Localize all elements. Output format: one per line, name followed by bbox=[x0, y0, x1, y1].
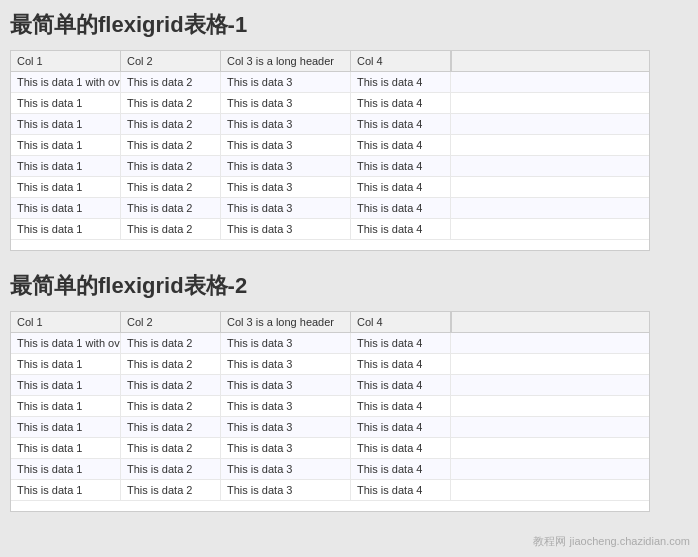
grid-cell: This is data 1 bbox=[11, 219, 121, 239]
grid-cell: This is data 3 bbox=[221, 198, 351, 218]
grid-cell: This is data 3 bbox=[221, 114, 351, 134]
grid-cell: This is data 1 bbox=[11, 93, 121, 113]
grid-cell: This is data 4 bbox=[351, 198, 451, 218]
grid-cell: This is data 3 bbox=[221, 417, 351, 437]
grid-cell: This is data 1 bbox=[11, 480, 121, 500]
grid-cell: This is data 1 bbox=[11, 135, 121, 155]
grid2-header: Col 1 Col 2 Col 3 is a long header Col 4 bbox=[11, 312, 649, 333]
table-row: This is data 1This is data 2This is data… bbox=[11, 156, 649, 177]
grid-cell: This is data 1 bbox=[11, 354, 121, 374]
grid2-header-col3: Col 3 is a long header bbox=[221, 312, 351, 332]
grid2-header-col4: Col 4 bbox=[351, 312, 451, 332]
grid-cell: This is data 3 bbox=[221, 396, 351, 416]
grid-cell: This is data 2 bbox=[121, 375, 221, 395]
grid-cell: This is data 1 bbox=[11, 198, 121, 218]
grid-cell: This is data 3 bbox=[221, 72, 351, 92]
grid-cell: This is data 2 bbox=[121, 114, 221, 134]
grid-cell: This is data 2 bbox=[121, 480, 221, 500]
table2-title: 最简单的flexigrid表格-2 bbox=[10, 271, 688, 301]
grid-cell: This is data 2 bbox=[121, 135, 221, 155]
table-row: This is data 1This is data 2This is data… bbox=[11, 93, 649, 114]
table1-title: 最简单的flexigrid表格-1 bbox=[10, 10, 688, 40]
grid-cell: This is data 4 bbox=[351, 135, 451, 155]
grid1-header-spacer bbox=[451, 51, 467, 71]
grid-cell: This is data 1 bbox=[11, 114, 121, 134]
table-row: This is data 1This is data 2This is data… bbox=[11, 135, 649, 156]
grid-cell: This is data 4 bbox=[351, 156, 451, 176]
grid2-body[interactable]: This is data 1 with oveThis is data 2Thi… bbox=[11, 333, 649, 511]
grid-cell: This is data 1 bbox=[11, 156, 121, 176]
grid-cell: This is data 2 bbox=[121, 219, 221, 239]
grid2-header-col2: Col 2 bbox=[121, 312, 221, 332]
grid-cell: This is data 2 bbox=[121, 354, 221, 374]
grid-cell: This is data 3 bbox=[221, 93, 351, 113]
table-row: This is data 1 with oveThis is data 2Thi… bbox=[11, 72, 649, 93]
grid-cell: This is data 1 bbox=[11, 459, 121, 479]
table-row: This is data 1This is data 2This is data… bbox=[11, 438, 649, 459]
grid-cell: This is data 3 bbox=[221, 354, 351, 374]
grid-cell: This is data 4 bbox=[351, 438, 451, 458]
table-row: This is data 1This is data 2This is data… bbox=[11, 459, 649, 480]
grid1-header-col4: Col 4 bbox=[351, 51, 451, 71]
grid-cell: This is data 3 bbox=[221, 438, 351, 458]
grid2-header-col1: Col 1 bbox=[11, 312, 121, 332]
grid-cell: This is data 4 bbox=[351, 354, 451, 374]
grid-cell: This is data 3 bbox=[221, 219, 351, 239]
grid-cell: This is data 1 bbox=[11, 396, 121, 416]
grid-cell: This is data 3 bbox=[221, 480, 351, 500]
grid-cell: This is data 4 bbox=[351, 219, 451, 239]
grid-table1: Col 1 Col 2 Col 3 is a long header Col 4… bbox=[10, 50, 650, 251]
grid-cell: This is data 1 bbox=[11, 177, 121, 197]
table-row: This is data 1This is data 2This is data… bbox=[11, 417, 649, 438]
grid-cell: This is data 3 bbox=[221, 135, 351, 155]
grid-cell: This is data 4 bbox=[351, 72, 451, 92]
grid-cell: This is data 3 bbox=[221, 375, 351, 395]
grid-cell: This is data 1 with ove bbox=[11, 72, 121, 92]
grid-cell: This is data 3 bbox=[221, 156, 351, 176]
grid-cell: This is data 4 bbox=[351, 375, 451, 395]
grid-cell: This is data 2 bbox=[121, 198, 221, 218]
grid1-header-col2: Col 2 bbox=[121, 51, 221, 71]
watermark: 教程网 jiaocheng.chazidian.com bbox=[533, 534, 690, 542]
grid-cell: This is data 4 bbox=[351, 396, 451, 416]
grid-cell: This is data 1 bbox=[11, 438, 121, 458]
grid-cell: This is data 1 bbox=[11, 417, 121, 437]
grid-cell: This is data 2 bbox=[121, 396, 221, 416]
grid1-header-col3: Col 3 is a long header bbox=[221, 51, 351, 71]
table-row: This is data 1This is data 2This is data… bbox=[11, 396, 649, 417]
grid-cell: This is data 2 bbox=[121, 459, 221, 479]
grid-cell: This is data 4 bbox=[351, 459, 451, 479]
table-row: This is data 1 with oveThis is data 2Thi… bbox=[11, 333, 649, 354]
grid-cell: This is data 3 bbox=[221, 459, 351, 479]
grid1-header: Col 1 Col 2 Col 3 is a long header Col 4 bbox=[11, 51, 649, 72]
table-row: This is data 1This is data 2This is data… bbox=[11, 375, 649, 396]
grid-cell: This is data 3 bbox=[221, 333, 351, 353]
table-row: This is data 1This is data 2This is data… bbox=[11, 219, 649, 240]
grid-cell: This is data 2 bbox=[121, 177, 221, 197]
table-row: This is data 1This is data 2This is data… bbox=[11, 354, 649, 375]
table-row: This is data 1This is data 2This is data… bbox=[11, 114, 649, 135]
grid-cell: This is data 3 bbox=[221, 177, 351, 197]
grid-cell: This is data 4 bbox=[351, 480, 451, 500]
grid-table2: Col 1 Col 2 Col 3 is a long header Col 4… bbox=[10, 311, 650, 512]
grid-cell: This is data 2 bbox=[121, 72, 221, 92]
table-row: This is data 1This is data 2This is data… bbox=[11, 480, 649, 501]
grid-cell: This is data 2 bbox=[121, 333, 221, 353]
grid-cell: This is data 4 bbox=[351, 417, 451, 437]
grid-cell: This is data 2 bbox=[121, 438, 221, 458]
table-row: This is data 1This is data 2This is data… bbox=[11, 177, 649, 198]
grid-cell: This is data 4 bbox=[351, 93, 451, 113]
grid-cell: This is data 4 bbox=[351, 333, 451, 353]
grid2-header-spacer bbox=[451, 312, 467, 332]
grid-cell: This is data 1 bbox=[11, 375, 121, 395]
grid-cell: This is data 2 bbox=[121, 93, 221, 113]
grid1-header-col1: Col 1 bbox=[11, 51, 121, 71]
grid1-body[interactable]: This is data 1 with oveThis is data 2Thi… bbox=[11, 72, 649, 250]
grid-cell: This is data 4 bbox=[351, 177, 451, 197]
grid-cell: This is data 2 bbox=[121, 417, 221, 437]
grid-cell: This is data 4 bbox=[351, 114, 451, 134]
grid-cell: This is data 2 bbox=[121, 156, 221, 176]
table-row: This is data 1This is data 2This is data… bbox=[11, 198, 649, 219]
grid-cell: This is data 1 with ove bbox=[11, 333, 121, 353]
